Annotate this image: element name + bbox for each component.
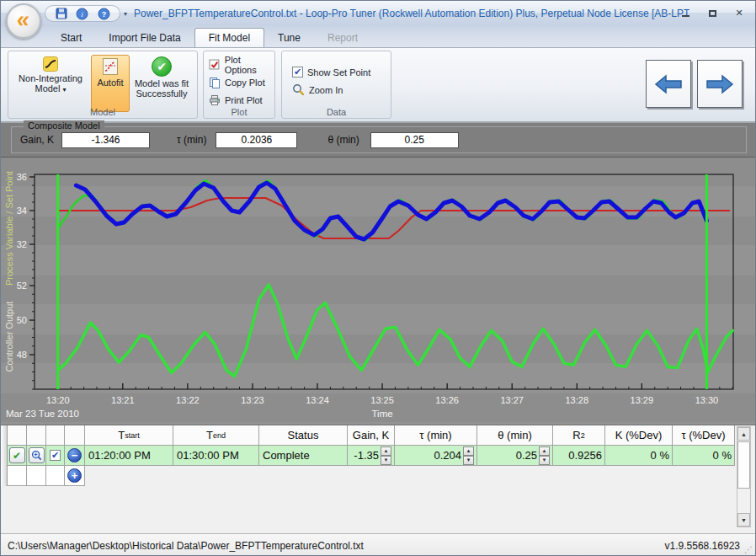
composite-model-bar: Composite Model Gain, K τ (min) θ (min): [1, 122, 755, 157]
tab-tune[interactable]: Tune: [264, 28, 314, 47]
y-tick-label: 50: [17, 315, 27, 325]
col-header-tau-pct-dev: τ (%Dev): [673, 425, 735, 446]
gain-label: Gain, K: [20, 134, 54, 146]
cell-value: 01:20:00 PM: [88, 449, 151, 462]
row-zoom-button[interactable]: [29, 447, 45, 463]
help-icon[interactable]: ?: [97, 7, 110, 20]
ribbon-group-plot: Plot Options Copy Plot Print Plot Plot: [203, 51, 275, 119]
col-header-r-squared: R2: [553, 425, 605, 446]
previous-step-button[interactable]: [646, 60, 691, 108]
info-icon[interactable]: i: [76, 7, 89, 20]
spinner-down-button[interactable]: ▼: [463, 456, 474, 465]
results-table-area: TstartTendStatusGain, Kτ (min)θ (min)R2K…: [1, 425, 755, 533]
tau-label: τ (min): [177, 134, 206, 146]
copy-plot-button[interactable]: Copy Plot: [209, 73, 274, 91]
autofit-button[interactable]: Autofit: [91, 55, 130, 112]
table-header-row: TstartTendStatusGain, Kτ (min)θ (min)R2K…: [8, 425, 735, 446]
date-label: Mar 23 Tue 2010: [6, 409, 79, 419]
save-icon[interactable]: [55, 7, 68, 20]
x-tick-label: 13:21: [111, 395, 135, 405]
quick-access-dropdown-icon[interactable]: ▾: [124, 10, 127, 18]
tab-report: Report: [314, 28, 371, 47]
series-controller-output: [59, 285, 732, 377]
cell-theta: 0.25▲▼: [477, 446, 553, 466]
tab-start[interactable]: Start: [47, 28, 95, 47]
group-label-model: Model: [8, 107, 197, 117]
scrollbar-thumb[interactable]: [737, 441, 750, 489]
spinner-down-button[interactable]: ▼: [381, 456, 391, 465]
theta-label: θ (min): [327, 134, 359, 146]
gain-input[interactable]: [61, 132, 150, 148]
print-plot-button[interactable]: Print Plot: [209, 91, 274, 109]
cell-value: 0.204: [395, 449, 461, 462]
cell-control: ✔: [46, 446, 65, 466]
y-axis-label: Process Variable / Set Point: [4, 171, 14, 286]
value-spinner: ▲▼: [381, 446, 391, 465]
cell-tau: 0.204▲▼: [395, 446, 477, 466]
value-spinner: ▲▼: [539, 446, 550, 465]
ribbon-group-data: ✔ Show Set Point Zoom In Data: [281, 51, 391, 119]
col-header-t-start: Tstart: [85, 425, 173, 446]
x-tick-label: 13:25: [370, 395, 394, 405]
arrow-right-icon: [704, 72, 736, 96]
tau-input[interactable]: [216, 132, 297, 148]
cell-value: 0 %: [651, 449, 669, 462]
cell-value: 0 %: [713, 449, 732, 462]
scroll-down-button[interactable]: ▼: [737, 513, 750, 527]
group-label-data: Data: [282, 107, 391, 117]
magnifier-icon: [292, 83, 305, 96]
maximize-button[interactable]: [703, 7, 721, 19]
row-fit-indicator-button[interactable]: ✔: [9, 447, 25, 463]
table-row: ✔✔−01:20:00 PM01:30:00 PMComplete-1.35▲▼…: [8, 446, 735, 466]
spinner-up-button[interactable]: ▲: [463, 446, 474, 456]
cell-value: -1.35: [348, 449, 379, 462]
resize-grip[interactable]: ⋰: [744, 545, 753, 554]
y-axis-label: Controller Output: [4, 302, 14, 372]
status-bar: C:\Users\Manager\Desktop\Historical Data…: [1, 533, 755, 556]
dropdown-arrow-icon: ▾: [63, 86, 67, 94]
remove-row-button[interactable]: −: [67, 448, 82, 462]
cell-control: ✔: [8, 446, 27, 466]
x-tick-label: 13:20: [46, 395, 70, 405]
spinner-down-button[interactable]: ▼: [539, 456, 550, 465]
ribbon-tab-row: Start Import File Data Fit Model Tune Re…: [1, 26, 755, 47]
row-enabled-checkbox[interactable]: ✔: [50, 450, 61, 461]
cell-t-end: 01:30:00 PM: [173, 446, 259, 466]
table-scrollbar[interactable]: ▲ ▼: [737, 426, 751, 527]
arrow-left-icon: [652, 72, 684, 96]
show-set-point-checkbox[interactable]: ✔ Show Set Point: [292, 63, 391, 81]
add-row-button[interactable]: +: [67, 468, 82, 483]
tab-import-file-data[interactable]: Import File Data: [95, 28, 194, 47]
magnifier-plus-icon: [31, 450, 42, 461]
plot-options-button[interactable]: Plot Options: [209, 56, 274, 73]
svg-text:?: ?: [102, 10, 107, 19]
cell-value: 0.9256: [568, 449, 602, 462]
spinner-up-button[interactable]: ▲: [381, 446, 391, 456]
tab-fit-model[interactable]: Fit Model: [194, 28, 264, 47]
y-tick-label: 36: [17, 172, 27, 182]
success-check-icon: ✔: [152, 56, 172, 77]
theta-input[interactable]: [370, 132, 459, 148]
close-button[interactable]: ✕: [730, 7, 748, 19]
chart-area: 13:2013:2113:2213:2313:2413:2513:2613:27…: [1, 157, 755, 425]
autofit-icon: [102, 57, 119, 76]
scroll-up-button[interactable]: ▲: [737, 427, 750, 441]
application-menu-button[interactable]: «: [6, 3, 41, 39]
next-step-button[interactable]: [697, 60, 743, 108]
spinner-up-button[interactable]: ▲: [539, 446, 550, 456]
y-tick-label: 34: [17, 206, 27, 216]
minimize-button[interactable]: [676, 7, 695, 19]
zoom-in-button[interactable]: Zoom In: [292, 81, 391, 99]
cell-t-start: 01:20:00 PM: [85, 446, 173, 466]
ribbon-group-model: Non-Integrating Model ▾ Autofit ✔ Model …: [8, 51, 198, 119]
non-integrating-model-button[interactable]: Non-Integrating Model ▾: [10, 55, 91, 109]
y-tick-label: 48: [17, 350, 27, 360]
cell-value: 0.25: [477, 449, 537, 462]
cell-control: [8, 466, 27, 486]
window-title: Power_BFPTTemperatureControl.txt - Loop-…: [134, 8, 689, 19]
x-tick-label: 13:27: [500, 395, 524, 405]
cell-control: +: [65, 466, 85, 486]
col-header-control: [65, 425, 85, 446]
col-header-t-end: Tend: [173, 425, 259, 446]
results-table: TstartTendStatusGain, Kτ (min)θ (min)R2K…: [8, 425, 735, 486]
